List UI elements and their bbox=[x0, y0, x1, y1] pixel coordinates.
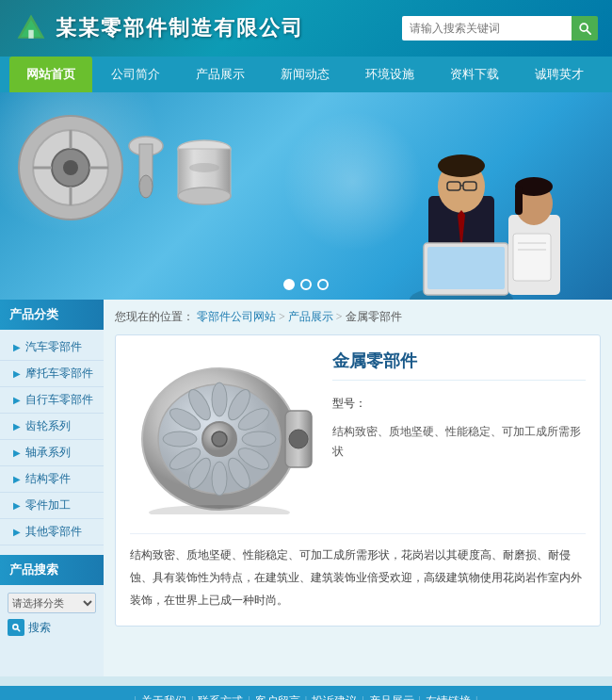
footer-link-complaint[interactable]: 投诉建议 bbox=[312, 693, 357, 700]
breadcrumb-current: 金属零部件 bbox=[346, 309, 402, 325]
search-bar bbox=[402, 16, 598, 41]
arrow-icon: ▶ bbox=[13, 448, 21, 458]
arrow-icon: ▶ bbox=[13, 527, 21, 537]
svg-line-37 bbox=[18, 629, 20, 631]
svg-point-43 bbox=[242, 431, 276, 447]
nav-item-products[interactable]: 产品展示 bbox=[179, 57, 262, 92]
banner-dot-3[interactable] bbox=[317, 279, 329, 290]
breadcrumb-sep-2: > bbox=[336, 310, 343, 324]
footer-links: | 关于我们 | 联系方式 | 客户留言 | 投诉建议 | 产品展示 | 友情链… bbox=[0, 686, 612, 700]
header: 某某零部件制造有限公司 bbox=[0, 0, 612, 57]
sidebar-item-bicycle[interactable]: ▶ 自行车零部件 bbox=[0, 387, 104, 414]
nav-item-news[interactable]: 新闻动态 bbox=[264, 57, 346, 92]
svg-point-18 bbox=[178, 187, 231, 204]
search-small-icon bbox=[8, 619, 24, 636]
model-label: 型号： bbox=[332, 397, 366, 410]
svg-rect-33 bbox=[513, 234, 551, 281]
sidebar-item-gear[interactable]: ▶ 齿轮系列 bbox=[0, 414, 104, 440]
search-icon bbox=[578, 22, 591, 35]
nav-item-about[interactable]: 公司简介 bbox=[94, 57, 177, 92]
search-button[interactable] bbox=[572, 16, 598, 41]
breadcrumb-sep-1: > bbox=[279, 310, 285, 324]
arrow-icon: ▶ bbox=[13, 500, 21, 511]
product-info: 金属零部件 型号： 结构致密、质地坚硬、性能稳定、可加工成所需形状 bbox=[332, 350, 586, 519]
banner-dot-2[interactable] bbox=[300, 279, 312, 290]
nav-item-download[interactable]: 资料下载 bbox=[433, 57, 516, 92]
logo-area: 某某零部件制造有限公司 bbox=[14, 11, 304, 45]
sidebar-item-auto[interactable]: ▶ 汽车零部件 bbox=[0, 334, 104, 361]
footer-link-contact[interactable]: 联系方式 bbox=[198, 693, 243, 700]
breadcrumb-link-home[interactable]: 零部件公司网站 bbox=[197, 309, 276, 325]
sidebar-search: 产品搜索 请选择分类 搜索 bbox=[0, 555, 104, 636]
logo-text: 某某零部件制造有限公司 bbox=[56, 14, 304, 42]
svg-point-36 bbox=[13, 625, 18, 629]
sidebar-categories-title: 产品分类 bbox=[0, 300, 104, 330]
banner-dot-1[interactable] bbox=[283, 279, 295, 290]
svg-rect-32 bbox=[515, 187, 523, 215]
product-card: 金属零部件 型号： 结构致密、质地坚硬、性能稳定、可加工成所需形状 结构致密、质… bbox=[115, 334, 601, 627]
footer-link-products[interactable]: 产品展示 bbox=[369, 693, 414, 700]
svg-point-40 bbox=[212, 383, 227, 416]
sidebar-search-btn-area: 搜索 bbox=[8, 619, 96, 636]
arrow-icon: ▶ bbox=[13, 342, 21, 352]
arrow-icon: ▶ bbox=[13, 421, 21, 431]
svg-point-49 bbox=[163, 431, 197, 447]
footer-link-friendly[interactable]: 友情链接 bbox=[426, 693, 471, 700]
part-bolt bbox=[122, 135, 169, 201]
svg-rect-2 bbox=[28, 30, 33, 39]
product-image-area bbox=[130, 350, 318, 519]
search-label[interactable]: 搜索 bbox=[28, 620, 51, 636]
product-top: 金属零部件 型号： 结构致密、质地坚硬、性能稳定、可加工成所需形状 bbox=[130, 350, 586, 519]
sidebar: 产品分类 ▶ 汽车零部件 ▶ 摩托车零部件 ▶ 自行车零部件 ▶ 齿轮系列 ▶ … bbox=[0, 300, 104, 676]
svg-point-46 bbox=[212, 462, 227, 496]
arrow-icon: ▶ bbox=[13, 368, 21, 379]
product-title: 金属零部件 bbox=[332, 350, 586, 381]
logo-icon bbox=[14, 11, 48, 45]
product-short-desc: 结构致密、质地坚硬、性能稳定、可加工成所需形状 bbox=[332, 422, 586, 461]
main-area: 您现在的位置： 零部件公司网站 > 产品展示 > 金属零部件 bbox=[104, 300, 612, 676]
product-full-desc: 结构致密、质地坚硬、性能稳定、可加工成所需形状，花岗岩以其硬度高、耐磨损、耐侵蚀… bbox=[130, 533, 586, 611]
search-input[interactable] bbox=[402, 16, 572, 41]
main-content: 产品分类 ▶ 汽车零部件 ▶ 摩托车零部件 ▶ 自行车零部件 ▶ 齿轮系列 ▶ … bbox=[0, 300, 612, 676]
nav-item-recruit[interactable]: 诚聘英才 bbox=[518, 57, 601, 92]
footer-link-about[interactable]: 关于我们 bbox=[141, 693, 186, 700]
sidebar-item-process[interactable]: ▶ 零件加工 bbox=[0, 493, 104, 519]
svg-point-56 bbox=[149, 505, 290, 514]
sidebar-item-other[interactable]: ▶ 其他零部件 bbox=[0, 519, 104, 545]
sidebar-item-struct[interactable]: ▶ 结构零件 bbox=[0, 466, 104, 493]
sidebar-item-bearing[interactable]: ▶ 轴承系列 bbox=[0, 440, 104, 466]
banner-people bbox=[348, 102, 593, 300]
banner-dots bbox=[283, 279, 329, 290]
banner bbox=[0, 92, 612, 300]
sidebar-item-moto[interactable]: ▶ 摩托车零部件 bbox=[0, 361, 104, 387]
product-image bbox=[130, 354, 318, 514]
arrow-icon: ▶ bbox=[13, 395, 21, 405]
sidebar-search-title: 产品搜索 bbox=[0, 555, 104, 585]
nav-item-environment[interactable]: 环境设施 bbox=[348, 57, 431, 92]
svg-point-23 bbox=[438, 155, 485, 177]
product-model-field: 型号： bbox=[332, 395, 586, 413]
sidebar-select-wrapper: 请选择分类 bbox=[8, 593, 96, 613]
people-illustration bbox=[348, 102, 593, 300]
svg-point-19 bbox=[189, 163, 219, 172]
part-brake-drum bbox=[14, 111, 127, 224]
nav-bar: 网站首页 公司简介 产品展示 新闻动态 环境设施 资料下载 诚聘英才 bbox=[0, 57, 612, 92]
breadcrumb: 您现在的位置： 零部件公司网站 > 产品展示 > 金属零部件 bbox=[115, 309, 601, 325]
footer-link-guestbook[interactable]: 客户留言 bbox=[255, 693, 300, 700]
breadcrumb-link-products[interactable]: 产品展示 bbox=[288, 309, 333, 325]
svg-point-53 bbox=[212, 431, 227, 447]
svg-point-3 bbox=[580, 24, 588, 31]
svg-point-8 bbox=[63, 160, 78, 175]
svg-rect-28 bbox=[427, 247, 505, 289]
svg-point-15 bbox=[139, 175, 153, 198]
part-cylinder bbox=[174, 139, 235, 210]
svg-point-55 bbox=[289, 430, 308, 448]
category-select[interactable]: 请选择分类 bbox=[8, 593, 96, 613]
arrow-icon: ▶ bbox=[13, 474, 21, 484]
svg-line-4 bbox=[588, 31, 591, 35]
nav-item-home[interactable]: 网站首页 bbox=[9, 57, 92, 92]
